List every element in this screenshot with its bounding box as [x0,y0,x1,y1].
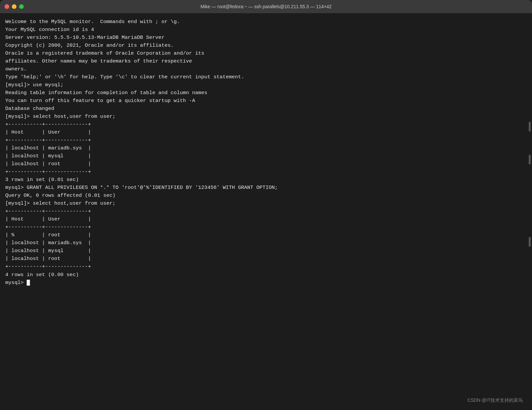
terminal-window: Mike — root@fedora:~ — ssh parallels@10.… [0,0,532,410]
scrollbar-1 [529,122,531,132]
terminal-line: Oracle is a registered trademark of Orac… [5,49,527,57]
terminal-line: Type 'help;' or '\h' for help. Type '\c'… [5,73,527,81]
terminal-line: +-----------+--------------+ [5,120,527,128]
terminal-line: | % | root | [5,231,527,239]
close-button[interactable] [5,4,9,9]
terminal-line: | localhost | root | [5,255,527,263]
terminal-line: | localhost | mariadb.sys | [5,239,527,247]
terminal-line: mysql> [5,279,527,287]
terminal-line: Copyright (c) 2000, 2021, Oracle and/or … [5,41,527,49]
terminal-line: [mysql]> select host,user from user; [5,199,527,207]
terminal-line: Server version: 5.5.5-10.5.13-MariaDB Ma… [5,34,527,41]
window-controls [5,4,24,9]
terminal-output: Welcome to the MySQL monitor. Commands e… [5,18,527,287]
scrollbar-2 [529,155,531,165]
maximize-button[interactable] [19,4,24,9]
terminal-line: 4 rows in set (0.00 sec) [5,271,527,279]
title-bar: Mike — root@fedora:~ — ssh parallels@10.… [0,0,532,13]
terminal-line: | Host | User | [5,128,527,136]
terminal-line: | localhost | mysql | [5,247,527,255]
window-title: Mike — root@fedora:~ — ssh parallels@10.… [200,4,332,9]
terminal-line: +-----------+--------------+ [5,168,527,176]
watermark: CSDN @IT技术支持的菜鸟 [467,397,523,404]
terminal-line: +-----------+--------------+ [5,136,527,144]
terminal-line: | localhost | mariadb.sys | [5,144,527,152]
terminal-line: Welcome to the MySQL monitor. Commands e… [5,18,527,26]
terminal-body[interactable]: Welcome to the MySQL monitor. Commands e… [0,13,532,410]
terminal-line: You can turn off this feature to get a q… [5,97,527,105]
scrollbar-3 [529,237,531,247]
terminal-line: +-----------+--------------+ [5,263,527,270]
minimize-button[interactable] [12,4,16,9]
terminal-line: 3 rows in set (0.01 sec) [5,176,527,184]
terminal-line: | localhost | mysql | [5,152,527,160]
terminal-line: Database changed [5,105,527,113]
terminal-line: [mysql]> use mysql; [5,81,527,89]
terminal-line: +-----------+--------------+ [5,223,527,231]
terminal-line: | localhost | root | [5,160,527,168]
terminal-line: | Host | User | [5,215,527,223]
cursor [27,280,30,286]
terminal-line: [mysql]> select host,user from user; [5,113,527,120]
terminal-line: owners. [5,65,527,73]
terminal-line: mysql> GRANT ALL PRIVILEGES ON *.* TO 'r… [5,184,527,192]
terminal-line: Reading table information for completion… [5,89,527,97]
terminal-line: +-----------+--------------+ [5,207,527,215]
terminal-line: affiliates. Other names may be trademark… [5,57,527,65]
terminal-line: Query OK, 0 rows affected (0.01 sec) [5,192,527,199]
terminal-line: Your MySQL connection id is 4 [5,26,527,34]
